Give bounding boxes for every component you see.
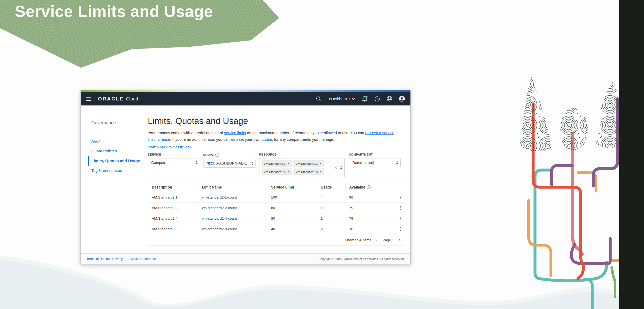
stepper-icon[interactable] xyxy=(196,161,198,165)
sidebar-item-quota-policies[interactable]: Quota Policies xyxy=(91,146,148,156)
table-row[interactable]: VM.Standard2.4vm-standard2-4-count80179 xyxy=(148,213,405,224)
notifications-bell-icon[interactable] xyxy=(362,95,368,102)
console-header: ORACLE Cloud us-ashburn-1 ? xyxy=(81,92,410,105)
right-letterbox-bar xyxy=(619,0,644,309)
service-select[interactable]: Compute xyxy=(148,158,200,167)
column-header-limit-name: Limit Name xyxy=(198,184,267,190)
brand-oracle: ORACLE xyxy=(98,96,124,102)
intro-text: on the maximum number of resources you'r… xyxy=(246,131,365,135)
table-row[interactable]: VM.Standard2.8vm-standard2-8-count40238 xyxy=(148,224,405,234)
remove-chip-icon[interactable]: ✕ xyxy=(287,162,290,165)
row-actions-kebab-icon[interactable] xyxy=(396,206,405,210)
table-cell: 96 xyxy=(345,195,396,199)
page-next-icon[interactable]: › xyxy=(399,238,401,243)
intro-link[interactable]: quotas xyxy=(262,137,273,142)
table-cell: 38 xyxy=(345,227,396,231)
table-cell: 2 xyxy=(317,227,345,231)
table-header-row: DescriptionLimit NameService LimitUsageA… xyxy=(148,182,405,192)
table-cell: 100 xyxy=(267,195,317,199)
sidebar-divider xyxy=(91,130,141,130)
remove-chip-icon[interactable]: ✕ xyxy=(319,170,322,173)
slide-title-banner: Service Limits and Usage xyxy=(0,0,286,69)
info-icon[interactable]: i xyxy=(367,185,371,189)
table-cell: vm-standard2-1-count xyxy=(198,195,267,199)
compartment-filter: COMPARTMENT Demo (root) xyxy=(349,153,401,167)
intro-paragraph: Your tenancy comes with a predefined set… xyxy=(148,130,402,143)
table-cell: 79 xyxy=(345,206,396,210)
page-title: Limits, Quotas and Usage xyxy=(148,116,248,126)
column-header-usage: Usage xyxy=(317,184,345,190)
trees-illustration xyxy=(517,74,628,309)
resource-chip[interactable]: VM.Standard2.2✕ xyxy=(293,160,324,167)
oracle-cloud-logo[interactable]: ORACLE Cloud xyxy=(98,96,138,102)
sidebar-item-audit[interactable]: Audit xyxy=(91,136,148,146)
resource-chip-label: VM.Standard2.2 xyxy=(296,162,318,165)
row-actions-kebab-icon[interactable] xyxy=(396,196,405,199)
menu-icon[interactable] xyxy=(86,97,91,101)
intro-text: . If you're an administrator, you can al… xyxy=(170,137,262,142)
column-header-service-limit: Service Limit xyxy=(267,184,317,190)
info-icon[interactable]: i xyxy=(215,153,219,157)
svg-text:?: ? xyxy=(376,97,378,100)
resource-chip[interactable]: VM.Standard2.1✕ xyxy=(262,160,292,167)
compartment-select[interactable]: Demo (root) xyxy=(349,158,401,167)
user-avatar-icon[interactable] xyxy=(399,96,405,102)
stepper-icon[interactable] xyxy=(340,166,342,170)
items-summary: Showing 4 Items xyxy=(345,238,371,242)
stepper-icon[interactable] xyxy=(396,161,398,165)
service-filter-label: SERVICE xyxy=(148,153,200,156)
resource-filter: RESOURCE VM.Standard2.1✕VM.Standard2.2✕V… xyxy=(259,153,345,177)
table-body: VM.Standard2.1vm-standard2-1-count100496… xyxy=(148,192,405,234)
page-indicator: Page 1 xyxy=(383,238,394,242)
oracle-console-window: ORACLE Cloud us-ashburn-1 ? xyxy=(80,90,411,264)
table-row[interactable]: VM.Standard2.2vm-standard2-2-count80179 xyxy=(148,203,405,213)
chevron-down-icon xyxy=(352,98,355,100)
governance-sidebar: Governance AuditQuota PoliciesLimits, Qu… xyxy=(81,105,148,253)
table-cell: 1 xyxy=(317,216,345,220)
switch-classic-view-link[interactable]: Switch back to classic view xyxy=(148,145,192,149)
copyright-text: Copyright © 2019, Oracle and/or its affi… xyxy=(318,257,405,260)
table-cell: vm-standard2-8-count xyxy=(198,227,267,231)
language-globe-icon[interactable] xyxy=(386,96,392,102)
footer-link-cookie-preferences[interactable]: Cookie Preferences xyxy=(130,257,157,261)
remove-chip-icon[interactable]: ✕ xyxy=(287,170,290,173)
window-accent-gradient xyxy=(81,90,410,92)
resource-chips: VM.Standard2.1✕VM.Standard2.2✕VM.Standar… xyxy=(262,160,333,175)
brand-cloud: Cloud xyxy=(126,96,138,102)
stepper-icon[interactable] xyxy=(251,162,253,165)
row-actions-kebab-icon[interactable] xyxy=(396,217,405,220)
table-cell: VM.Standard2.4 xyxy=(148,216,198,220)
intro-text: Your tenancy comes with a predefined set… xyxy=(148,131,224,135)
sidebar-items: AuditQuota PoliciesLimits, Quotas and Us… xyxy=(91,136,148,175)
sidebar-item-tag-namespaces[interactable]: Tag Namespaces xyxy=(91,166,148,175)
service-filter: SERVICE Compute xyxy=(148,153,200,167)
footer-link-terms-of-use-and-privacy[interactable]: Terms of Use and Privacy xyxy=(87,257,123,261)
sidebar-item-limits-quotas-and-usage[interactable]: Limits, Quotas and Usage xyxy=(88,156,148,166)
remove-chip-icon[interactable]: ✕ xyxy=(319,162,322,165)
table-cell: 1 xyxy=(317,206,345,210)
scope-filter: SCOPE i rItx:US-ASHBURN-AD-1 xyxy=(203,153,256,168)
resource-multiselect[interactable]: VM.Standard2.1✕VM.Standard2.2✕VM.Standar… xyxy=(259,158,345,177)
help-icon[interactable]: ? xyxy=(374,96,380,102)
resource-chip[interactable]: VM.Standard2.4✕ xyxy=(262,168,292,175)
table-row[interactable]: VM.Standard2.1vm-standard2-1-count100496 xyxy=(148,192,405,203)
scope-filter-label: SCOPE xyxy=(203,153,214,156)
region-selector[interactable]: us-ashburn-1 xyxy=(328,97,355,101)
page-previous-icon[interactable]: ‹ xyxy=(376,238,378,243)
intro-link[interactable]: service limits xyxy=(224,131,246,135)
column-header-description: Description xyxy=(148,184,198,190)
limits-table: DescriptionLimit NameService LimitUsageA… xyxy=(148,182,405,246)
scope-select[interactable]: rItx:US-ASHBURN-AD-1 xyxy=(203,159,256,168)
compartment-filter-label: COMPARTMENT xyxy=(349,153,401,156)
console-footer: Terms of Use and PrivacyCookie Preferenc… xyxy=(81,253,410,264)
table-footer: Showing 4 Items ‹ Page 1 › xyxy=(148,234,405,245)
resource-chip[interactable]: VM.Standard2.8✕ xyxy=(293,168,324,175)
search-icon[interactable] xyxy=(316,96,321,102)
table-cell: VM.Standard2.2 xyxy=(148,206,198,210)
compartment-select-value: Demo (root) xyxy=(352,161,395,165)
clear-selection-icon[interactable]: ✕ xyxy=(334,165,338,170)
resource-chip-label: VM.Standard2.1 xyxy=(264,162,286,165)
table-cell: 80 xyxy=(267,216,317,220)
row-actions-kebab-icon[interactable] xyxy=(396,227,405,231)
region-label: us-ashburn-1 xyxy=(328,97,350,101)
